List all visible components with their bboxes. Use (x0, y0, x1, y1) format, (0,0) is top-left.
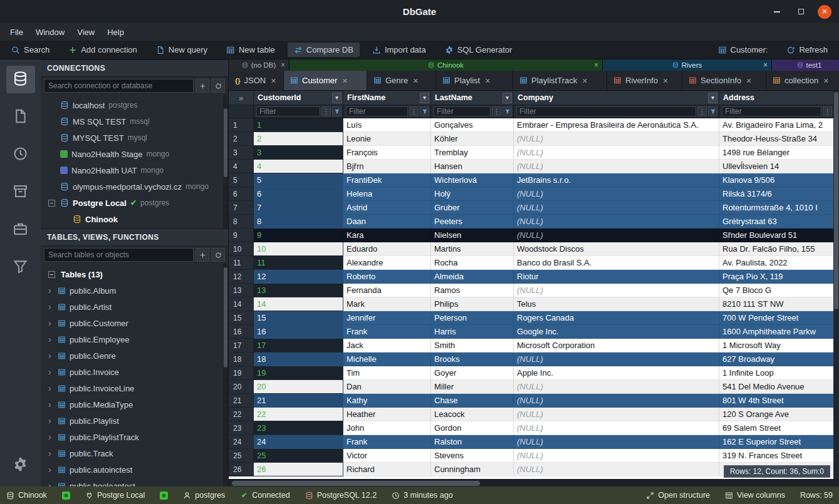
cell-address[interactable]: 8210 111 ST NW (719, 297, 839, 311)
cell-company[interactable]: JetBrains s.r.o. (514, 173, 719, 187)
row-number[interactable]: 24 (229, 435, 254, 449)
table-item-public-mediatype[interactable]: ›public.MediaType (41, 396, 228, 413)
close-tab-icon[interactable]: × (594, 61, 598, 69)
cell-company[interactable]: (NULL) (514, 215, 719, 229)
cell-firstname[interactable]: Daan (343, 215, 431, 229)
cell-lastname[interactable]: Stevens (431, 449, 514, 463)
close-tab-icon[interactable]: × (746, 76, 751, 86)
cell-company[interactable]: (NULL) (514, 449, 719, 463)
add-connection-small-button[interactable] (195, 79, 209, 93)
cell-firstname[interactable]: Jennifer (343, 311, 431, 325)
cell-firstname[interactable]: Richard (343, 463, 431, 476)
column-header-customerid[interactable]: CustomerId▾ (254, 91, 343, 105)
close-tab-icon[interactable]: × (663, 76, 668, 86)
chevron-right-icon[interactable]: › (48, 351, 54, 361)
cell-address[interactable]: 1 Infinite Loop (719, 366, 839, 380)
cell-lastname[interactable]: Brooks (431, 352, 514, 366)
column-dropdown-icon[interactable]: ▾ (332, 93, 341, 103)
row-number[interactable]: 19 (229, 366, 254, 380)
filter-funnel-button[interactable] (332, 106, 341, 116)
cell-firstname[interactable]: Kara (343, 229, 431, 242)
cell-company[interactable]: (NULL) (514, 132, 719, 146)
filter-funnel-button[interactable] (503, 106, 512, 116)
cell-lastname[interactable]: Almeida (431, 270, 514, 284)
connection-item-chinook[interactable]: Chinook (41, 211, 228, 227)
cell-address[interactable]: 627 Broadway (719, 352, 839, 366)
cell-lastname[interactable]: Miller (431, 380, 514, 394)
cell-lastname[interactable]: Leacock (431, 408, 514, 421)
chevron-right-icon[interactable]: › (48, 432, 54, 442)
filter-input-lastname[interactable]: Filter (434, 106, 491, 116)
connection-item-localhost[interactable]: localhostpostgres (41, 97, 228, 113)
collapse-expander[interactable]: − (48, 200, 56, 207)
menu-help[interactable]: Help (101, 25, 130, 39)
filter-menu-button[interactable]: ⋮ (492, 106, 501, 116)
cell-address[interactable]: 700 W Pender Street (719, 311, 839, 325)
cell-customerid[interactable]: 17 (254, 339, 343, 352)
cell-lastname[interactable]: Peterson (431, 311, 514, 325)
cell-company[interactable]: (NULL) (514, 160, 719, 173)
activity-apps-button[interactable] (6, 216, 35, 244)
cell-customerid[interactable]: 11 (254, 256, 343, 270)
close-tab-icon[interactable]: × (763, 61, 768, 69)
close-tab-icon[interactable]: × (485, 76, 490, 86)
tab-customer[interactable]: Customer× (284, 71, 367, 90)
filter-menu-button[interactable]: ⋮ (321, 106, 331, 116)
row-number[interactable]: 6 (229, 187, 254, 201)
cell-company[interactable]: (NULL) (514, 408, 719, 421)
horizontal-scrollbar-thumb[interactable] (232, 481, 480, 486)
cell-customerid[interactable]: 18 (254, 352, 343, 366)
close-tab-icon[interactable]: × (342, 76, 347, 86)
table-item-public-album[interactable]: ›public.Album (41, 282, 228, 299)
cell-firstname[interactable]: Frank (343, 435, 431, 449)
filter-menu-button[interactable]: ⋮ (697, 106, 707, 116)
activity-archive-button[interactable] (6, 178, 35, 206)
db-tab-no-db[interactable]: (no DB)× (229, 59, 289, 71)
cell-customerid[interactable]: 21 (254, 394, 343, 408)
cell-customerid[interactable]: 25 (254, 449, 343, 463)
column-dropdown-icon[interactable]: ▾ (708, 93, 717, 103)
table-item-public-invoiceline[interactable]: ›public.InvoiceLine (41, 380, 228, 396)
refresh-connections-button[interactable] (211, 79, 225, 93)
cell-address[interactable]: Qe 7 Bloco G (719, 284, 839, 297)
status-view-columns[interactable]: View columns (725, 491, 785, 500)
row-number[interactable]: 25 (229, 449, 254, 463)
cell-customerid[interactable]: 20 (254, 380, 343, 394)
cell-firstname[interactable]: Bjřrn (343, 160, 431, 173)
tab-json[interactable]: {}JSON× (229, 71, 284, 90)
cell-address[interactable]: Rotenturmstraße 4, 1010 I (719, 201, 839, 215)
cell-lastname[interactable]: Hansen (431, 160, 514, 173)
filter-menu-button[interactable]: ⋮ (823, 106, 832, 116)
toolbar-import-data-button[interactable]: Import data (366, 43, 432, 57)
cell-company[interactable]: (NULL) (514, 187, 719, 201)
table-item-public-playlisttrack[interactable]: ›public.PlaylistTrack (41, 429, 228, 445)
cell-address[interactable]: Av. Brigadeiro Faria Lima, 2 (719, 118, 839, 132)
chevron-right-icon[interactable]: › (48, 448, 54, 458)
cell-lastname[interactable]: Cunningham (431, 463, 514, 476)
filter-input-company[interactable]: Filter (516, 106, 696, 116)
close-tab-icon[interactable]: × (271, 76, 276, 86)
row-number[interactable]: 12 (229, 270, 254, 284)
activity-files-button[interactable] (6, 103, 35, 131)
row-number[interactable]: 20 (229, 380, 254, 394)
cell-firstname[interactable]: Mark (343, 297, 431, 311)
cell-address[interactable]: Theodor-Heuss-Straße 34 (719, 132, 839, 146)
chevron-right-icon[interactable]: › (48, 416, 54, 426)
cell-address[interactable]: 1600 Amphitheatre Parkw (719, 325, 839, 339)
row-number[interactable]: 3 (229, 146, 254, 160)
cell-customerid[interactable]: 2 (254, 132, 343, 146)
cell-company[interactable]: Telus (514, 297, 719, 311)
tab-sectioninfo[interactable]: SectionInfo× (682, 71, 766, 90)
cell-address[interactable]: 162 E Superior Street (719, 435, 839, 449)
cell-customerid[interactable]: 10 (254, 242, 343, 256)
tables-scrollbar-thumb[interactable] (224, 267, 227, 368)
cell-firstname[interactable]: Roberto (343, 270, 431, 284)
activity-filter-button[interactable] (6, 254, 35, 281)
minimize-button[interactable] (770, 5, 784, 19)
row-number[interactable]: 16 (229, 325, 254, 339)
cell-address[interactable]: Av. Paulista, 2022 (719, 256, 839, 270)
row-number[interactable]: 14 (229, 297, 254, 311)
db-tab-test1[interactable]: test1× (772, 59, 839, 71)
row-number[interactable]: 8 (229, 215, 254, 229)
close-tab-icon[interactable]: × (413, 76, 418, 86)
